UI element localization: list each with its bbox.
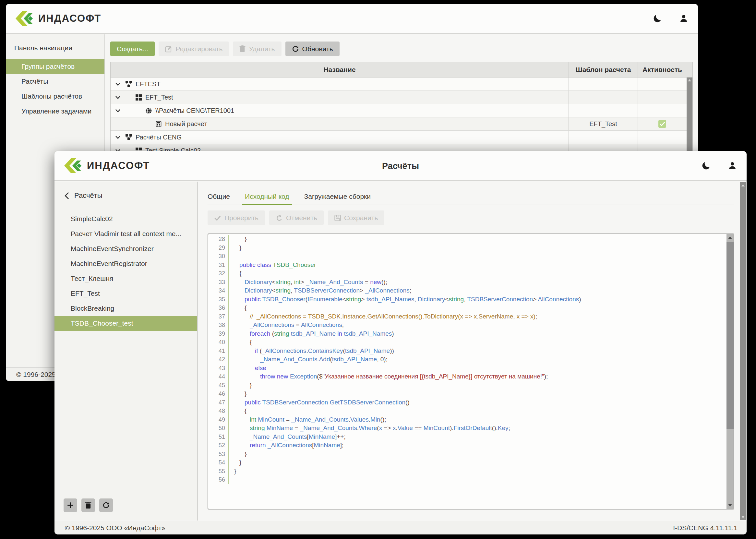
tab-общие[interactable]: Общие [207,193,230,200]
table-row[interactable]: Новый расчётEFT_Test [111,117,692,131]
code-line: 55} [208,467,726,476]
column-header-name[interactable]: Название [111,62,568,77]
scroll-up-icon[interactable] [741,184,745,187]
row-activity [638,104,687,117]
calc-list-item[interactable]: BlockBreaking [54,301,197,316]
brand-name: ИНДАСОФТ [38,13,101,24]
column-header-activity[interactable]: Активность [638,62,687,77]
add-calc-button[interactable] [64,499,77,512]
sidebar-item[interactable]: Управление задачами [6,104,105,119]
scroll-down-icon[interactable] [728,504,732,506]
expand-chevron-icon[interactable] [115,81,121,87]
activity-checkbox[interactable] [658,120,666,128]
table-row[interactable]: EFTEST [111,78,692,91]
table-header-row: Название Шаблон расчета Активность [111,62,692,78]
back-window-header: ИНДАСОФТ [6,4,698,34]
row-name: Новый расчёт [165,120,207,128]
copyright-text: © 1996-2025 [16,371,56,378]
sidebar-item[interactable]: Шаблоны расчётов [6,89,105,104]
code-line: 30 [208,252,726,261]
cancel-button[interactable]: Отменить [269,210,324,225]
code-line: 28} [208,235,726,244]
scroll-up-icon[interactable] [688,79,691,81]
code-line: 43else [208,364,726,373]
code-editor[interactable]: 28}29}3031public class TSDB_Chooser32{33… [207,234,734,509]
scroll-up-icon[interactable] [728,236,732,239]
editor-scrollbar[interactable] [726,234,734,509]
database-icon [146,108,152,114]
expand-chevron-icon[interactable] [115,95,121,100]
user-icon[interactable] [679,14,688,23]
front-window-footer: © 1996-2025 ООО «ИндаСофт» I-DS/CENG 4.1… [54,521,747,534]
scroll-down-icon[interactable] [741,516,745,518]
refresh-list-button[interactable] [99,499,113,512]
window-scrollbar[interactable] [740,182,746,520]
table-row[interactable]: EFT_Test [111,91,692,104]
scrollbar-thumb[interactable] [726,242,734,429]
expand-chevron-icon[interactable] [115,108,121,114]
sidebar-item[interactable]: Группы расчётов [6,59,105,74]
list-actions [64,499,113,512]
edit-button[interactable]: Редактировать [159,41,229,56]
check-icon [214,214,221,221]
line-number: 52 [208,441,229,450]
line-number: 44 [208,372,229,381]
calc-list-item[interactable]: SimpleCalc02 [54,211,197,226]
row-template [568,104,638,117]
code-line: 46} [208,390,726,398]
table-scrollbar[interactable] [687,78,692,157]
refresh-button[interactable]: Обновить [285,41,340,56]
code-toolbar: Проверить Отменить Сохранить [207,210,747,225]
line-number: 32 [208,269,229,278]
row-activity [638,131,687,144]
save-button[interactable]: Сохранить [328,210,384,225]
back-link[interactable]: Расчёты [64,192,197,200]
delete-button[interactable]: Удалить [233,41,281,56]
sitemap-icon [125,81,132,87]
line-number: 50 [208,424,229,432]
indasoft-logo-icon [16,11,33,26]
calc-list-item[interactable]: TSDB_Chooser_test [54,316,197,331]
sitemap-icon [125,134,132,140]
calc-list-item[interactable]: MachineEventSynchronizer [54,241,197,256]
theme-toggle-moon-icon[interactable] [652,14,662,23]
edit-pencil-icon [165,45,172,52]
line-number: 51 [208,432,229,441]
tab-загружаемые-сборки[interactable]: Загружаемые сборки [304,193,371,200]
source-code[interactable]: 28}29}3031public class TSDB_Chooser32{33… [208,234,726,509]
table-row[interactable]: Расчёты CENG [111,131,692,144]
plus-icon [67,502,74,509]
front-window-header: ИНДАСОФТ [54,151,747,181]
user-icon[interactable] [728,161,737,170]
tab-исходный-код[interactable]: Исходный код [245,193,289,200]
code-line: 33Dictionary<string, int> _Name_And_Coun… [208,278,726,287]
calc-list-item[interactable]: MachineEventRegistrator [54,256,197,271]
line-number: 37 [208,312,229,321]
delete-calc-button[interactable] [81,499,95,512]
calc-list-item[interactable]: Расчет Vladimir test all context me... [54,226,197,241]
verify-button[interactable]: Проверить [207,210,265,225]
calc-list-item[interactable]: EFT_Test [54,286,197,301]
groups-toolbar: Создать... Редактировать Удалить Обновит… [110,41,693,56]
line-number: 47 [208,398,229,407]
column-header-template[interactable]: Шаблон расчета [568,62,638,77]
code-line: 38_AllConnections = AllConnections; [208,321,726,330]
chevron-left-icon [64,192,69,199]
code-line: 51_Name_And_Counts[MinName]++; [208,432,726,441]
trash-icon [239,45,246,52]
expand-chevron-icon[interactable] [115,135,121,140]
create-button[interactable]: Создать... [110,41,155,56]
line-number: 49 [208,416,229,424]
code-line: 49int MinCount = _Name_And_Counts.Values… [208,416,726,424]
line-number: 31 [208,261,229,270]
code-line: 37// _AllConnections = TSDB_SDK.Instance… [208,312,726,321]
table-row[interactable]: \\Расчёты CENG\TER1001 [111,104,692,117]
calc-list-item[interactable]: Тест_Клешня [54,271,197,286]
line-number: 38 [208,321,229,330]
row-template [568,91,638,104]
sidebar-item[interactable]: Расчёты [6,74,105,89]
row-name: Расчёты CENG [135,134,182,141]
line-number: 33 [208,278,229,287]
calc-groups-table: Название Шаблон расчета Активность EFTES… [110,62,693,158]
theme-toggle-moon-icon[interactable] [701,161,711,171]
